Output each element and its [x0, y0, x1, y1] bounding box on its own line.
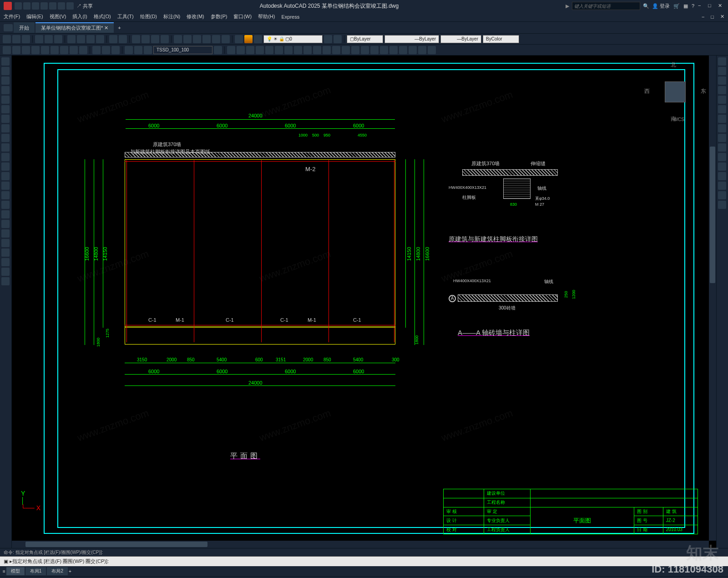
- plotstyle-combo[interactable]: ByColor: [483, 35, 519, 43]
- dimang-icon[interactable]: [60, 46, 68, 54]
- menu-parametric[interactable]: 参数(P): [211, 13, 228, 20]
- dimupdate-icon[interactable]: [144, 46, 152, 54]
- undo-icon[interactable]: [109, 35, 117, 43]
- tb-s-icon[interactable]: [399, 46, 407, 54]
- qat-redo-icon[interactable]: [66, 2, 74, 10]
- donut-icon[interactable]: [1, 229, 10, 238]
- break-icon[interactable]: [718, 162, 726, 171]
- scrollbar-horizontal[interactable]: [12, 541, 709, 548]
- explode-icon[interactable]: [718, 201, 726, 209]
- spline-icon[interactable]: [1, 115, 10, 123]
- zoom-icon[interactable]: [142, 35, 150, 43]
- qat-open-icon[interactable]: [23, 2, 30, 10]
- dimlin-icon[interactable]: [3, 46, 11, 54]
- linetype-combo[interactable]: — ByLayer: [384, 35, 439, 43]
- wipeout-icon[interactable]: [1, 248, 10, 257]
- gradient-icon[interactable]: [1, 258, 10, 266]
- dimedit-icon[interactable]: [125, 46, 133, 54]
- viewcube-face[interactable]: [665, 81, 686, 102]
- block-icon[interactable]: [1, 191, 10, 199]
- command-input[interactable]: ▣ ▸ 指定对角点或 [栏选(F) 圈围(WP) 圈交(CP)]:: [0, 556, 728, 566]
- sheetset-icon[interactable]: [202, 35, 211, 43]
- table-icon[interactable]: [1, 153, 10, 161]
- tb-e-icon[interactable]: [265, 46, 273, 54]
- mirror-icon[interactable]: [718, 76, 726, 85]
- text-icon[interactable]: [1, 172, 10, 180]
- tb-u-icon[interactable]: [418, 46, 426, 54]
- close-icon[interactable]: ✕: [718, 3, 724, 9]
- tb-a-icon[interactable]: [227, 46, 235, 54]
- zoomprev-icon[interactable]: [161, 35, 169, 43]
- rectangle-icon[interactable]: [1, 86, 10, 94]
- lineweight-combo[interactable]: — ByLayer: [440, 35, 481, 43]
- tb-k-icon[interactable]: [323, 46, 331, 54]
- drawing-canvas[interactable]: www.znzmo.com www.znzmo.com www.znzmo.co…: [12, 56, 716, 548]
- qat-new-icon[interactable]: [15, 2, 22, 10]
- tb-l-icon[interactable]: [332, 46, 340, 54]
- qat-saveas-icon[interactable]: [40, 2, 48, 10]
- tab-model[interactable]: 模型: [6, 567, 25, 575]
- tb-d-icon[interactable]: [256, 46, 264, 54]
- layer-combo[interactable]: 💡 ☀ 🔒 ▢ 0: [263, 35, 323, 43]
- tb-o-icon[interactable]: [361, 46, 369, 54]
- menu-edit[interactable]: 编辑(E): [26, 13, 43, 20]
- menu-toggle-icon[interactable]: [4, 24, 13, 31]
- tab-start[interactable]: 开始: [14, 22, 35, 33]
- layerstate-icon[interactable]: [244, 35, 253, 43]
- hatch-icon[interactable]: [1, 134, 10, 142]
- tb-h-icon[interactable]: [294, 46, 302, 54]
- arc-icon[interactable]: [1, 96, 10, 104]
- qat-save-icon[interactable]: [32, 2, 39, 10]
- dimstyle-combo[interactable]: TSSD_100_100: [153, 46, 212, 54]
- viewcube-west[interactable]: 西: [644, 87, 650, 95]
- copy-icon[interactable]: [77, 35, 85, 43]
- tb-m-icon[interactable]: [342, 46, 350, 54]
- toolpalette-icon[interactable]: [193, 35, 201, 43]
- menu-tools[interactable]: 工具(T): [117, 13, 134, 20]
- extend-icon[interactable]: [718, 153, 726, 161]
- dimdia-icon[interactable]: [51, 46, 59, 54]
- tab-layout2[interactable]: 布局2: [47, 567, 68, 575]
- tb-q-icon[interactable]: [380, 46, 388, 54]
- print-icon[interactable]: [35, 35, 43, 43]
- dimtedit-icon[interactable]: [134, 46, 142, 54]
- pline-icon[interactable]: [1, 67, 10, 75]
- tab-document[interactable]: 某单位钢结构会议室竣工图* ✕: [35, 22, 114, 33]
- tb-t-icon[interactable]: [409, 46, 417, 54]
- dimstyle-icon[interactable]: [214, 46, 222, 54]
- viewcube-east[interactable]: 东: [701, 87, 706, 95]
- copy2-icon[interactable]: [718, 67, 726, 75]
- zoomwin-icon[interactable]: [151, 35, 159, 43]
- menu-file[interactable]: 文件(F): [4, 13, 20, 20]
- tb-r-icon[interactable]: [389, 46, 398, 54]
- markup-icon[interactable]: [212, 35, 220, 43]
- menu-window[interactable]: 窗口(W): [233, 13, 252, 20]
- redo-icon[interactable]: [119, 35, 127, 43]
- open-icon[interactable]: [12, 35, 20, 43]
- tb-v-icon[interactable]: [428, 46, 436, 54]
- dimcont-icon[interactable]: [79, 46, 87, 54]
- tb-n-icon[interactable]: [351, 46, 359, 54]
- layeroff-icon[interactable]: [254, 35, 262, 43]
- tb-p-icon[interactable]: [370, 46, 379, 54]
- publish-icon[interactable]: [54, 35, 62, 43]
- layer-icon[interactable]: [235, 35, 243, 43]
- maximize-icon[interactable]: □: [708, 3, 714, 9]
- leader-icon[interactable]: [92, 46, 101, 54]
- chamfer-icon[interactable]: [718, 182, 726, 190]
- new-icon[interactable]: [3, 35, 11, 43]
- save-icon[interactable]: [22, 35, 30, 43]
- apps-icon[interactable]: ▦: [683, 3, 688, 9]
- app-logo[interactable]: [4, 2, 12, 10]
- layout-menu-icon[interactable]: ≡: [3, 569, 5, 574]
- line-icon[interactable]: [1, 57, 10, 66]
- boundary-icon[interactable]: [1, 268, 10, 276]
- qat-undo-icon[interactable]: [58, 2, 65, 10]
- dimarc-icon[interactable]: [22, 46, 30, 54]
- revcloud-icon[interactable]: [1, 239, 10, 247]
- cut-icon[interactable]: [67, 35, 76, 43]
- construction-icon[interactable]: [1, 210, 10, 218]
- join-icon[interactable]: [718, 172, 726, 180]
- tb-g-icon[interactable]: [284, 46, 293, 54]
- viewcube-north[interactable]: 北: [671, 61, 676, 69]
